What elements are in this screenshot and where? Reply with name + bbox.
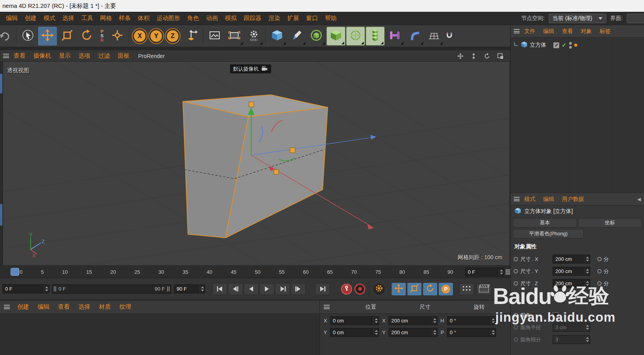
timeline-frame-field[interactable]: 0 F — [465, 268, 504, 277]
spinner[interactable] — [374, 317, 379, 325]
spinner[interactable] — [491, 328, 496, 337]
redo-button[interactable] — [0, 27, 14, 46]
menu-item[interactable]: 角色 — [184, 15, 203, 22]
object-manager-burger-icon[interactable] — [514, 29, 520, 33]
viewport-menu-burger-icon[interactable] — [3, 54, 9, 58]
spinner[interactable] — [432, 317, 437, 325]
material-menu-item[interactable]: 创建 — [13, 303, 33, 311]
range-end-grip[interactable] — [167, 286, 170, 291]
menu-item[interactable]: 网格 — [97, 15, 115, 22]
interface-dropdown[interactable] — [627, 14, 644, 23]
enabled-check-icon[interactable]: ✓ — [562, 42, 567, 49]
goto-start-button[interactable] — [212, 283, 227, 295]
spline-pen-button[interactable] — [287, 27, 306, 46]
axis-lock-button[interactable]: Y — [149, 29, 163, 43]
snap-toggle-button[interactable] — [444, 27, 454, 46]
keyframe-circle-icon[interactable] — [514, 257, 518, 261]
rotate-tool-button[interactable] — [77, 27, 96, 46]
previous-frame-button[interactable] — [244, 283, 259, 295]
object-manager-menu-item[interactable]: 编辑 — [539, 28, 558, 35]
keyframe-parameter-toggle[interactable]: P — [439, 283, 453, 295]
timeline-options-icon[interactable] — [505, 269, 510, 276]
position-field[interactable]: 0 cm — [330, 328, 379, 337]
frame-range-slider[interactable]: 0 F 90 F — [52, 284, 171, 294]
timeline-scrubber[interactable] — [11, 268, 19, 276]
attribute-value-field[interactable]: 200 cm — [553, 267, 590, 276]
viewport-menu-item[interactable]: 过滤 — [94, 52, 114, 60]
goto-end-button[interactable] — [315, 283, 330, 295]
toggle-view-icon[interactable] — [497, 53, 504, 60]
edit-pencil-icon[interactable] — [553, 42, 559, 48]
move-tool-button[interactable] — [38, 27, 57, 46]
viewport-menu-item[interactable]: 查看 — [10, 52, 29, 60]
attribute-manager-menu-item[interactable]: 编辑 — [539, 196, 558, 203]
axis-modify-button[interactable] — [108, 27, 127, 46]
rotation-field[interactable]: 0 ° — [447, 316, 496, 325]
render-view-button[interactable] — [205, 27, 224, 46]
keyframe-circle-icon[interactable] — [597, 269, 602, 273]
attribute-value-field[interactable]: 200 cm — [553, 279, 590, 288]
size-field[interactable]: 200 cm — [389, 328, 438, 337]
attribute-manager-menu-item[interactable]: 模式 — [520, 196, 539, 203]
pan-view-icon[interactable] — [457, 53, 464, 60]
current-frame-field[interactable]: 0 F — [2, 284, 49, 293]
menu-item[interactable]: 窗口 — [303, 15, 321, 22]
live-selection-button[interactable] — [18, 27, 37, 46]
spinner[interactable] — [432, 328, 437, 337]
perspective-viewport[interactable]: 透视视图 默认摄像机 网格间距 : 100 cm Y Z X — [0, 62, 510, 266]
spinner[interactable] — [585, 255, 590, 263]
position-field[interactable]: 0 cm — [330, 316, 379, 325]
spinner[interactable] — [499, 268, 504, 276]
psr-button[interactable]: PSR — [97, 27, 107, 46]
menu-item[interactable]: 编辑 — [2, 15, 21, 22]
material-menu-item[interactable]: 材质 — [95, 303, 115, 311]
object-row[interactable]: 立方体 ✓ — [511, 40, 644, 50]
layer-dot-icon[interactable] — [574, 44, 577, 47]
spinner[interactable] — [585, 267, 590, 275]
keyframe-circle-icon[interactable] — [514, 313, 518, 317]
object-manager-menu-item[interactable]: 标签 — [596, 28, 615, 35]
render-settings-button[interactable] — [244, 27, 263, 46]
tab-phong[interactable]: 平滑着色(Phong) — [513, 229, 584, 238]
history-back-icon[interactable]: ◀ — [637, 197, 641, 202]
coordinate-system-button[interactable] — [182, 27, 201, 46]
dolly-view-icon[interactable] — [470, 53, 477, 60]
object-manager-menu-item[interactable]: 对象 — [577, 28, 596, 35]
menu-item[interactable]: 运动图形 — [153, 15, 184, 22]
menu-item[interactable]: 帮助 — [321, 15, 340, 22]
range-start-grip[interactable] — [54, 286, 56, 291]
viewport-menu-item[interactable]: 选项 — [75, 52, 94, 60]
node-space-dropdown[interactable]: 当前 (标准/物理) — [549, 14, 606, 23]
spinner[interactable] — [374, 328, 379, 337]
spinner[interactable] — [585, 279, 590, 288]
coordinate-menu-burger-icon[interactable] — [324, 305, 330, 309]
menu-item[interactable]: 体积 — [134, 15, 153, 22]
play-button[interactable] — [259, 283, 274, 295]
menu-item[interactable]: 创建 — [21, 15, 40, 22]
axis-lock-button[interactable]: Z — [166, 29, 180, 43]
attribute-value-field[interactable]: 200 cm — [553, 255, 590, 264]
menu-item[interactable]: 跟踪器 — [240, 15, 265, 22]
menu-item[interactable]: 样条 — [115, 15, 134, 22]
menu-item[interactable]: 模式 — [40, 15, 59, 22]
attribute-manager-menu-item[interactable]: 用户数据 — [558, 196, 588, 203]
menu-item[interactable]: 模拟 — [221, 15, 240, 22]
menu-item[interactable]: 扩展 — [284, 15, 303, 22]
timeline-ruler[interactable]: 051015202530354045505560657075808590 0 F — [0, 266, 510, 278]
material-menu-item[interactable]: 编辑 — [33, 303, 54, 311]
scale-tool-button[interactable] — [58, 27, 77, 46]
object-name[interactable]: 立方体 — [530, 42, 546, 49]
keyframe-position-toggle[interactable] — [392, 283, 406, 295]
fillet-checkbox[interactable] — [553, 312, 558, 318]
keyframe-scale-toggle[interactable] — [407, 283, 421, 295]
viewport-canvas[interactable]: 透视视图 默认摄像机 网格间距 : 100 cm Y Z X — [3, 62, 509, 265]
pla-button[interactable] — [459, 283, 474, 295]
visibility-dots[interactable] — [569, 42, 572, 49]
cube-object[interactable] — [183, 95, 328, 238]
attribute-tab[interactable]: 基本 — [513, 218, 577, 228]
material-menu-item[interactable]: 查看 — [54, 303, 74, 311]
object-manager-menu-item[interactable]: 查看 — [558, 28, 577, 35]
keyframe-circle-icon[interactable] — [597, 281, 602, 286]
connect-button[interactable] — [385, 27, 404, 46]
rotation-field[interactable]: 0 ° — [447, 328, 496, 337]
